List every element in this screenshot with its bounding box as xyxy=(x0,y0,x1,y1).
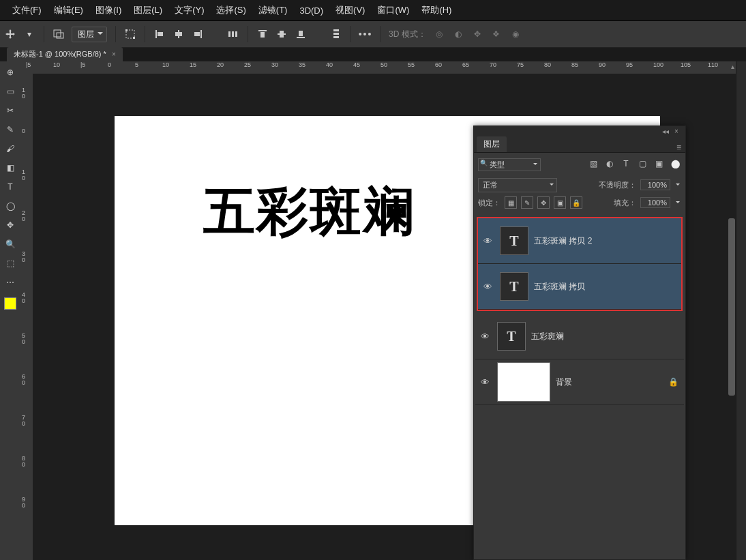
layer-thumbnail[interactable]: T xyxy=(500,226,528,255)
align-right-icon[interactable] xyxy=(192,28,204,40)
transform-controls-icon[interactable] xyxy=(124,28,136,40)
move-tool-icon[interactable] xyxy=(4,28,16,40)
lock-brush-icon[interactable]: ✎ xyxy=(521,196,533,209)
tool-generic-11[interactable]: ⬚ xyxy=(2,255,18,271)
tool-generic-4[interactable]: ✎ xyxy=(2,121,18,138)
align-bottom-icon[interactable] xyxy=(295,28,307,40)
layer-name[interactable]: 五彩斑斓 xyxy=(531,331,684,342)
filter-adjust-icon[interactable]: ◐ xyxy=(603,159,616,170)
options-bar: ▾ 图层 ••• 3D 模式： ◎ ◐ ✥ ❖ ◉ xyxy=(0,21,746,48)
menu-view[interactable]: 视图(V) xyxy=(335,4,365,16)
tool-generic-1[interactable]: ⊕ xyxy=(2,64,18,80)
menu-filter[interactable]: 滤镜(T) xyxy=(258,4,288,16)
tool-generic-2[interactable]: ▭ xyxy=(2,83,18,100)
fill-input[interactable]: 100% xyxy=(640,197,670,208)
distribute-v-icon[interactable] xyxy=(330,28,342,40)
menu-layer[interactable]: 图层(L) xyxy=(134,4,162,16)
panel-collapse-icon[interactable]: ◂◂ xyxy=(662,128,670,135)
layer-row[interactable]: 👁 T 五彩斑斓 xyxy=(475,314,684,359)
svg-rect-14 xyxy=(258,30,267,31)
menu-3d[interactable]: 3D(D) xyxy=(299,5,323,16)
menu-edit[interactable]: 编辑(E) xyxy=(54,4,83,16)
3d-scale-icon[interactable]: ◉ xyxy=(509,28,522,40)
close-tab-icon[interactable]: × xyxy=(112,50,116,58)
menu-file[interactable]: 文件(F) xyxy=(12,4,42,16)
auto-select-dropdown[interactable]: 图层 xyxy=(72,27,107,42)
tool-generic-5[interactable]: 🖌 xyxy=(2,141,18,157)
filter-pixel-icon[interactable]: ▧ xyxy=(587,159,599,170)
svg-rect-10 xyxy=(194,32,200,36)
svg-rect-0 xyxy=(54,30,61,37)
foreground-color-swatch[interactable] xyxy=(4,297,16,310)
visibility-toggle-icon[interactable]: 👁 xyxy=(475,377,494,387)
menu-type[interactable]: 文字(Y) xyxy=(175,4,204,16)
ruler-collapse-icon[interactable]: ▴ xyxy=(731,63,734,70)
panel-tab-row: 图层 ≡ xyxy=(474,137,685,153)
svg-rect-3 xyxy=(125,29,128,31)
document-tab[interactable]: 未标题-1 @ 100%(RGB/8) * × xyxy=(7,47,123,61)
lock-pixels-icon[interactable]: ▦ xyxy=(505,196,517,209)
layer-name[interactable]: 五彩斑斓 拷贝 xyxy=(534,281,681,293)
filter-smart-icon[interactable]: ▣ xyxy=(653,159,665,170)
fill-dropdown-icon[interactable] xyxy=(674,198,681,207)
visibility-toggle-icon[interactable]: 👁 xyxy=(478,282,497,292)
3d-slide-icon[interactable]: ❖ xyxy=(490,28,503,40)
menu-help[interactable]: 帮助(H) xyxy=(421,4,451,16)
layer-row[interactable]: 👁 T 五彩斑斓 拷贝 2 xyxy=(478,218,681,264)
layer-lock-icon[interactable]: 🔒 xyxy=(662,377,684,387)
scrollbar-vertical[interactable] xyxy=(728,218,735,396)
ruler-vertical[interactable]: 100102030405060708090 xyxy=(20,74,33,560)
align-vcenter-icon[interactable] xyxy=(275,28,288,40)
panel-header[interactable]: ◂◂ × xyxy=(474,126,685,137)
filter-toggle-icon[interactable]: ⬤ xyxy=(669,159,681,170)
layer-thumbnail[interactable]: T xyxy=(497,322,526,351)
visibility-toggle-icon[interactable]: 👁 xyxy=(475,331,494,342)
tool-generic-7[interactable]: T xyxy=(2,179,18,195)
tool-generic-9[interactable]: ✥ xyxy=(2,217,18,233)
tool-generic-10[interactable]: 🔍 xyxy=(2,236,18,252)
3d-orbit-icon[interactable]: ◎ xyxy=(433,28,445,40)
panel-tab-layers[interactable]: 图层 xyxy=(477,136,507,152)
auto-select-icon[interactable] xyxy=(53,28,65,40)
right-panel-strip[interactable] xyxy=(736,61,746,560)
filter-type-dropdown[interactable]: 类型 xyxy=(478,158,541,171)
ruler-horizontal[interactable]: |510|50510152025303540455055606570758085… xyxy=(20,61,736,74)
layer-filter-row: 类型 ▧ ◐ T ▢ ▣ ⬤ xyxy=(474,153,685,176)
canvas-text-layer[interactable]: 五彩斑斓 xyxy=(203,177,416,248)
3d-pan-icon[interactable]: ✥ xyxy=(471,28,483,40)
tool-generic-8[interactable]: ◯ xyxy=(2,198,18,214)
layer-name[interactable]: 五彩斑斓 拷贝 2 xyxy=(534,235,681,247)
layer-thumbnail[interactable] xyxy=(497,362,550,402)
panel-menu-icon[interactable]: ≡ xyxy=(676,143,681,152)
svg-rect-22 xyxy=(333,36,339,38)
chevron-down-icon[interactable]: ▾ xyxy=(23,28,35,40)
filter-type-icon[interactable]: T xyxy=(620,159,632,170)
lock-all-icon[interactable]: 🔒 xyxy=(570,196,582,209)
lock-artboard-icon[interactable]: ▣ xyxy=(554,196,566,209)
svg-rect-9 xyxy=(200,30,202,38)
layer-row[interactable]: 👁 T 五彩斑斓 拷贝 xyxy=(478,264,681,310)
opacity-dropdown-icon[interactable] xyxy=(674,180,681,190)
align-hcenter-icon[interactable] xyxy=(173,28,185,40)
tool-generic-12[interactable]: ⋯ xyxy=(2,274,18,291)
align-left-icon[interactable] xyxy=(153,28,166,40)
filter-shape-icon[interactable]: ▢ xyxy=(636,159,648,170)
distribute-h-icon[interactable] xyxy=(227,28,239,40)
visibility-toggle-icon[interactable]: 👁 xyxy=(478,236,497,246)
tool-generic-3[interactable]: ✂ xyxy=(2,102,18,119)
opacity-input[interactable]: 100% xyxy=(640,179,670,190)
blend-mode-dropdown[interactable]: 正常 xyxy=(478,178,557,192)
menu-select[interactable]: 选择(S) xyxy=(216,4,245,16)
lock-position-icon[interactable]: ✥ xyxy=(537,196,550,209)
align-top-icon[interactable] xyxy=(256,28,269,40)
3d-roll-icon[interactable]: ◐ xyxy=(452,28,464,40)
layer-thumbnail[interactable]: T xyxy=(500,272,528,301)
toolbox: ⊕ ▭ ✂ ✎ 🖌 ◧ T ◯ ✥ 🔍 ⬚ ⋯ xyxy=(0,61,20,560)
tool-generic-6[interactable]: ◧ xyxy=(2,160,18,176)
layer-name[interactable]: 背景 xyxy=(556,377,662,388)
layer-row[interactable]: 👁 背景 🔒 xyxy=(475,359,684,405)
menu-image[interactable]: 图像(I) xyxy=(95,4,121,16)
more-icon[interactable]: ••• xyxy=(359,28,372,40)
menu-window[interactable]: 窗口(W) xyxy=(377,4,409,16)
panel-close-icon[interactable]: × xyxy=(674,128,683,135)
